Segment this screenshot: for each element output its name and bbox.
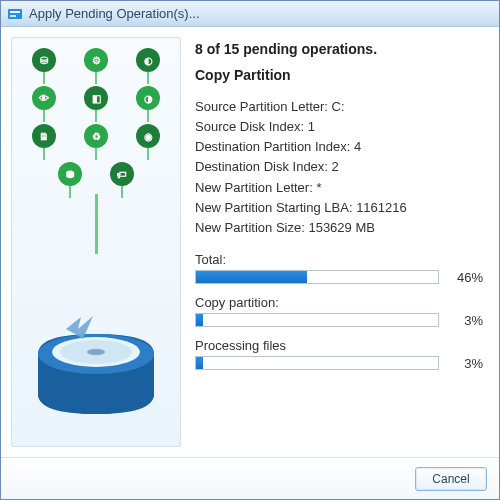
tree-leaf-icon: 👁 [32, 86, 56, 110]
hard-drive-graphic [31, 284, 161, 434]
tree-leaf-icon: ◉ [136, 124, 160, 148]
cancel-button[interactable]: Cancel [415, 467, 487, 491]
tree-leaf-icon: 🗎 [32, 124, 56, 148]
progress-copy-block: Copy partition: 3% [195, 295, 483, 328]
svg-rect-0 [8, 9, 22, 19]
detail-source-partition-letter: Source Partition Letter: C: [195, 97, 483, 117]
progress-processing-percent: 3% [447, 356, 483, 371]
detail-destination-partition-index: Destination Partition Index: 4 [195, 137, 483, 157]
detail-destination-disk-index: Destination Disk Index: 2 [195, 157, 483, 177]
progress-processing-bar [195, 356, 439, 370]
tree-leaf-icon: ⚙ [84, 48, 108, 72]
titlebar: Apply Pending Operation(s)... [1, 1, 499, 27]
svg-rect-2 [10, 15, 16, 17]
dialog-footer: Cancel [1, 457, 499, 499]
tree-leaf-icon: ⛁ [32, 48, 56, 72]
progress-total-fill [196, 271, 307, 283]
tree-leaf-icon: ◧ [84, 86, 108, 110]
progress-copy-label: Copy partition: [195, 295, 483, 310]
window-title: Apply Pending Operation(s)... [29, 6, 200, 21]
app-icon [7, 6, 23, 22]
illustration-pane: ⛁ ⚙ ◐ 👁 ◧ ◑ 🗎 ♻ ◉ ⛃ 🏷 [11, 37, 181, 447]
operation-details-pane: 8 of 15 pending operations. Copy Partiti… [189, 37, 489, 447]
tree-leaf-icon: ◐ [136, 48, 160, 72]
progress-section: Total: 46% Copy partition: 3% [195, 252, 483, 381]
data-tree-graphic: ⛁ ⚙ ◐ 👁 ◧ ◑ 🗎 ♻ ◉ ⛃ 🏷 [12, 48, 180, 254]
progress-total-bar [195, 270, 439, 284]
tree-trunk-graphic [95, 194, 98, 254]
progress-copy-bar [195, 313, 439, 327]
progress-total-label: Total: [195, 252, 483, 267]
detail-new-partition-starting-lba: New Partition Starting LBA: 1161216 [195, 198, 483, 218]
svg-rect-1 [10, 11, 20, 13]
detail-new-partition-size: New Partition Size: 153629 MB [195, 218, 483, 238]
progress-processing-block: Processing files 3% [195, 338, 483, 371]
svg-point-7 [87, 349, 105, 355]
progress-copy-percent: 3% [447, 313, 483, 328]
progress-copy-fill [196, 314, 203, 326]
progress-processing-fill [196, 357, 203, 369]
apply-operations-dialog: Apply Pending Operation(s)... ⛁ ⚙ ◐ 👁 ◧ … [0, 0, 500, 500]
progress-total-block: Total: 46% [195, 252, 483, 285]
tree-leaf-icon: 🏷 [110, 162, 134, 186]
detail-new-partition-letter: New Partition Letter: * [195, 178, 483, 198]
progress-processing-label: Processing files [195, 338, 483, 353]
progress-total-percent: 46% [447, 270, 483, 285]
tree-leaf-icon: ⛃ [58, 162, 82, 186]
operation-name: Copy Partition [195, 67, 483, 83]
dialog-content: ⛁ ⚙ ◐ 👁 ◧ ◑ 🗎 ♻ ◉ ⛃ 🏷 [1, 27, 499, 457]
tree-leaf-icon: ♻ [84, 124, 108, 148]
tree-leaf-icon: ◑ [136, 86, 160, 110]
operation-counter: 8 of 15 pending operations. [195, 41, 483, 57]
detail-source-disk-index: Source Disk Index: 1 [195, 117, 483, 137]
